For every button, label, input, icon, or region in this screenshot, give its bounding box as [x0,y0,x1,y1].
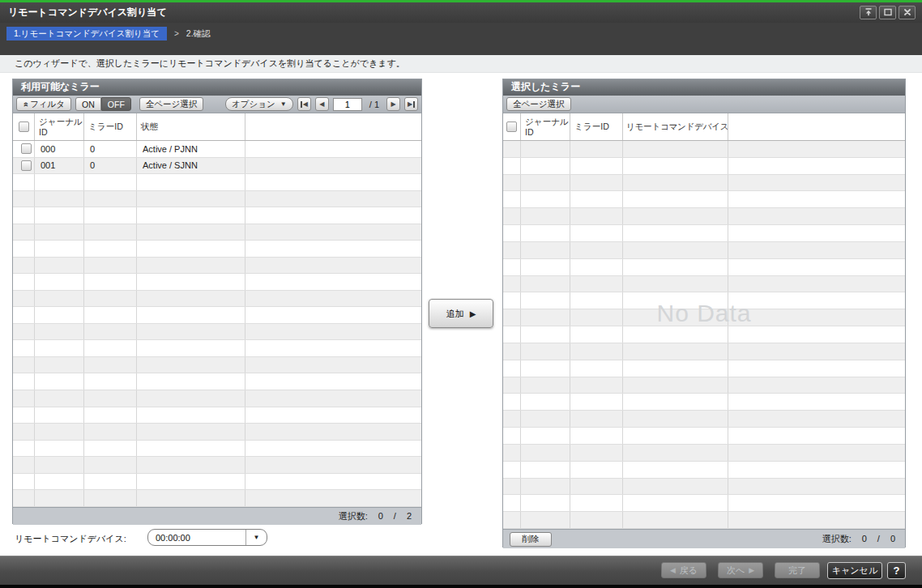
filter-collapse-icon: » [20,101,30,106]
back-button[interactable]: ◀ 戻る [661,562,706,578]
delete-button[interactable]: 削除 [510,532,552,547]
bottom-edge [0,585,922,588]
empty-row [503,445,905,462]
column-header-journal-id[interactable]: ジャーナルID [521,113,570,140]
select-all-cell [503,113,521,140]
window-controls [860,6,922,19]
table-cell-filler [245,141,421,157]
empty-row [13,191,421,208]
last-page-button[interactable]: ▶ [404,97,418,111]
page-title: リモートコマンドデバイス割り当て [0,6,860,19]
empty-row [13,241,421,258]
table-cell: Active / SJNN [137,158,245,174]
wizard-dialog: リモートコマンドデバイス割り当て 1.リモートコマンドデバイス割り当て > 2.… [0,0,922,588]
empty-row [503,158,905,175]
available-panel-title: 利用可能なミラー [13,79,421,96]
maximize-icon [883,6,893,20]
table-cell: Active / PJNN [137,141,245,157]
empty-row [13,457,421,474]
finish-button[interactable]: 完了 [775,562,820,578]
column-header-mirror-id[interactable]: ミラーID [84,113,137,140]
select-all-pages-button[interactable]: 全ページ選択 [506,97,571,111]
row-checkbox[interactable] [21,143,32,154]
empty-row [503,462,905,479]
wizard-description: このウィザードで、選択したミラーにリモートコマンドデバイスを割り当てることができ… [0,55,922,73]
chevron-down-icon: ▼ [245,530,267,545]
table-row[interactable]: 0000Active / PJNN [13,141,421,158]
options-button[interactable]: オプション ▼ [225,97,293,111]
row-checkbox[interactable] [21,160,32,171]
table-cell: 000 [35,141,84,157]
column-header-remote-command-device[interactable]: リモートコマンドデバイス [623,113,728,140]
empty-row [503,259,905,276]
empty-row [13,424,421,441]
available-table-footer: 選択数:0/2 [13,507,421,525]
first-page-button[interactable]: ◀ [297,97,311,111]
filter-off-button[interactable]: OFF [101,97,131,111]
empty-row [13,407,421,424]
header-row: ジャーナルIDミラーID状態 [13,113,421,140]
empty-row [503,208,905,225]
empty-row [503,141,905,158]
empty-row [503,276,905,293]
column-header-journal-id[interactable]: ジャーナルID [35,113,84,140]
close-button[interactable] [899,6,916,19]
empty-row [13,274,421,291]
empty-row [503,175,905,192]
select-all-checkbox[interactable] [506,121,517,132]
empty-row [13,324,421,341]
help-button[interactable]: ? [887,562,906,579]
empty-row [503,495,905,512]
next-button[interactable]: 次へ ▶ [718,562,763,578]
step-separator: > [174,27,179,40]
collapse-button[interactable] [860,6,877,19]
select-all-cell [13,113,35,140]
empty-row [13,490,421,507]
close-icon [903,6,912,20]
column-header-filler [728,113,905,140]
remote-device-value: 00:00:00 [148,533,245,543]
next-page-button[interactable]: ▶ [386,97,400,111]
empty-row [13,174,421,191]
collapse-icon [864,6,873,20]
available-mirrors-panel: 利用可能なミラー » フィルタ ON OFF 全ページ選択 オプション ▼ ◀ … [12,79,422,524]
maximize-button[interactable] [879,6,896,19]
empty-row [13,474,421,491]
available-selection-count: 選択数:0/2 [328,510,412,522]
selected-table-body: No Data [503,141,905,529]
step-1-tab: 1.リモートコマンドデバイス割り当て [6,27,167,40]
column-header-mirror-id[interactable]: ミラーID [570,113,623,140]
next-arrow-icon: ▶ [749,566,754,574]
prev-page-button[interactable]: ◀ [315,97,329,111]
wizard-footer-bar: ◀ 戻る 次へ ▶ 完了 キャンセル ? [0,556,922,585]
column-header-status[interactable]: 状態 [137,113,245,140]
filter-button[interactable]: » フィルタ [16,97,71,111]
cancel-button[interactable]: キャンセル [827,562,882,579]
add-button[interactable]: 追加 ▶ [429,299,493,328]
empty-row [503,343,905,360]
empty-row [13,224,421,241]
step-2-label: 2.確認 [186,27,211,40]
prev-page-icon: ◀ [319,101,324,108]
remote-device-select[interactable]: 00:00:00 ▼ [147,529,267,546]
empty-row [503,411,905,428]
table-row[interactable]: 0010Active / SJNN [13,158,421,175]
back-arrow-icon: ◀ [670,566,676,574]
empty-row [503,360,905,377]
filter-on-button[interactable]: ON [75,97,101,111]
page-total-label: / 1 [369,100,379,109]
empty-row [503,377,905,394]
empty-row [13,441,421,458]
available-toolbar: » フィルタ ON OFF 全ページ選択 オプション ▼ ◀ ◀ / 1 ▶ ▶ [13,96,421,113]
select-all-checkbox[interactable] [19,121,29,132]
available-table-body: 0000Active / PJNN0010Active / SJNN [13,141,421,507]
selected-table-footer: 削除 選択数:0/0 [503,529,905,548]
select-all-pages-button[interactable]: 全ページ選択 [139,97,204,111]
page-input[interactable] [333,98,362,111]
selected-toolbar: 全ページ選択 [503,96,905,113]
header-row: ジャーナルIDミラーIDリモートコマンドデバイス [503,113,905,140]
filter-toggle: ON OFF [75,97,131,111]
empty-row [503,191,905,208]
empty-row [13,357,421,374]
remote-device-row: リモートコマンドデバイス: 00:00:00 ▼ [15,529,436,548]
